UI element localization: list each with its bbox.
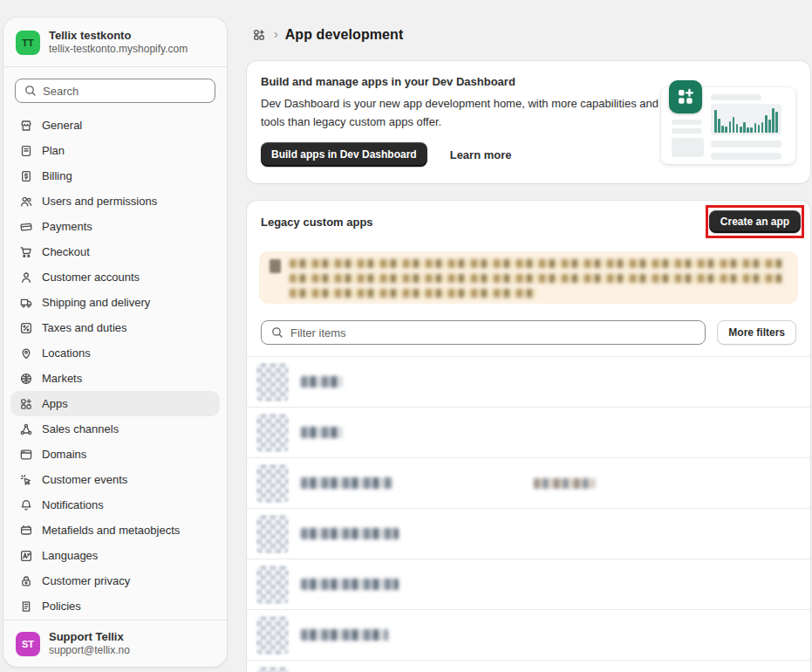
sidebar-item-label: Customer accounts	[42, 271, 140, 284]
support-account[interactable]: ST Support Tellix support@tellix.no	[3, 620, 227, 667]
sidebar-search[interactable]	[15, 79, 215, 103]
sidebar-item-taxes-and-duties[interactable]: Taxes and duties	[10, 315, 220, 340]
sidebar-item-users-and-permissions[interactable]: Users and permissions	[10, 189, 220, 214]
redacted-banner-line	[290, 274, 782, 283]
sidebar-item-apps[interactable]: Apps	[10, 391, 220, 416]
sidebar-item-policies[interactable]: Policies	[10, 593, 220, 619]
sidebar-item-label: Apps	[42, 397, 68, 410]
dev-dashboard-illustration	[661, 87, 795, 164]
person-icon	[19, 271, 33, 285]
sidebar-item-sales-channels[interactable]: Sales channels	[10, 416, 220, 442]
sidebar-item-label: Users and permissions	[42, 195, 157, 208]
app-list-row[interactable]	[247, 508, 810, 559]
store-avatar: TT	[16, 31, 40, 55]
search-icon	[24, 84, 38, 98]
redacted-banner-icon	[270, 259, 281, 273]
sidebar-item-label: Plan	[42, 144, 65, 157]
sidebar-item-notifications[interactable]: Notifications	[10, 492, 220, 518]
placeholder-line	[672, 120, 702, 125]
store-icon	[19, 119, 33, 133]
filter-items-input[interactable]	[290, 326, 696, 339]
redacted-banner-line	[290, 289, 536, 298]
sidebar-item-label: Taxes and duties	[42, 321, 127, 334]
globe-icon	[19, 372, 33, 386]
sidebar-item-label: Notifications	[42, 498, 104, 511]
sidebar-item-locations[interactable]: Locations	[10, 340, 220, 366]
store-domain: tellix-testkonto.myshopify.com	[49, 43, 188, 56]
sidebar-item-label: Languages	[42, 549, 98, 562]
sidebar-item-languages[interactable]: Languages	[10, 543, 220, 568]
app-list-row[interactable]	[247, 356, 810, 407]
dev-dashboard-card: Build and manage apps in your Dev Dashbo…	[247, 61, 810, 183]
metafields-icon	[19, 524, 33, 538]
app-list-row[interactable]	[247, 609, 810, 660]
sidebar-item-shipping-and-delivery[interactable]: Shipping and delivery	[10, 290, 220, 315]
redacted-app-name	[301, 376, 343, 387]
sidebar-item-customer-accounts[interactable]: Customer accounts	[10, 264, 220, 290]
store-name: Tellix testkonto	[49, 29, 188, 43]
taxes-icon	[19, 321, 33, 335]
sidebar-item-label: Shipping and delivery	[42, 296, 150, 309]
sidebar-item-plan[interactable]: Plan	[10, 138, 220, 163]
sidebar-item-payments[interactable]: Payments	[10, 214, 220, 239]
channels-icon	[19, 422, 33, 436]
redacted-banner-line	[290, 259, 782, 268]
redacted-app-icon	[256, 515, 289, 553]
app-list-row[interactable]	[247, 660, 810, 672]
support-email: support@tellix.no	[49, 644, 130, 657]
redacted-status-text	[534, 478, 595, 489]
filter-items-field[interactable]	[261, 320, 706, 345]
sidebar-item-label: Markets	[42, 372, 82, 385]
sidebar-item-label: Customer events	[42, 473, 127, 486]
sidebar-item-label: Metafields and metaobjects	[42, 524, 180, 537]
create-app-button[interactable]: Create an app	[709, 210, 801, 233]
sidebar-item-checkout[interactable]: Checkout	[10, 239, 220, 264]
redacted-app-name	[301, 528, 399, 539]
billing-icon	[19, 169, 33, 183]
sidebar-item-label: Domains	[42, 448, 86, 461]
settings-sidebar: TT Tellix testkonto tellix-testkonto.mys…	[3, 17, 227, 667]
sidebar-item-customer-events[interactable]: Customer events	[10, 467, 220, 492]
app-list-row[interactable]	[247, 407, 810, 457]
dev-card-title: Build and manage apps in your Dev Dashbo…	[261, 75, 643, 88]
sidebar-item-label: Locations	[42, 346, 91, 360]
deprecation-banner	[259, 251, 798, 304]
cursor-click-icon	[19, 473, 33, 487]
apps-icon[interactable]	[252, 28, 267, 43]
learn-more-link[interactable]: Learn more	[450, 148, 512, 161]
legacy-custom-apps-card: Legacy custom apps Create an app More fi…	[247, 201, 810, 672]
sidebar-item-label: Policies	[42, 600, 81, 613]
sidebar-item-label: Billing	[42, 169, 72, 182]
app-list-row[interactable]	[247, 457, 810, 508]
search-input[interactable]	[43, 85, 207, 98]
sidebar-item-general[interactable]: General	[10, 113, 220, 138]
redacted-app-icon	[256, 414, 289, 452]
sidebar-item-label: Payments	[42, 220, 92, 233]
sidebar-item-billing[interactable]: Billing	[10, 163, 220, 189]
sidebar-item-metafields-and-metaobjects[interactable]: Metafields and metaobjects	[10, 518, 220, 543]
sidebar-item-markets[interactable]: Markets	[10, 366, 220, 391]
app-list-row[interactable]	[247, 559, 810, 609]
search-icon	[270, 326, 284, 339]
apps-icon	[19, 397, 33, 411]
placeholder-bar	[711, 141, 781, 147]
redacted-app-name	[301, 579, 399, 590]
sidebar-item-label: Sales channels	[42, 422, 119, 435]
sidebar-item-domains[interactable]: Domains	[10, 442, 220, 467]
sidebar-item-label: Customer privacy	[42, 574, 130, 587]
main-content: › App development Build and manage apps …	[247, 0, 810, 672]
policy-icon	[19, 600, 33, 614]
more-filters-button[interactable]: More filters	[717, 320, 796, 345]
placeholder-bar	[711, 94, 761, 100]
sidebar-item-customer-privacy[interactable]: Customer privacy	[10, 568, 220, 593]
settings-nav: General Plan Billing Users and permissio…	[3, 108, 227, 620]
redacted-app-icon	[256, 667, 289, 672]
mini-bar-chart	[711, 104, 781, 135]
dev-card-body: Dev Dashboard is your new app developmen…	[261, 94, 660, 131]
build-apps-button[interactable]: Build apps in Dev Dashboard	[261, 142, 427, 167]
breadcrumb: › App development	[247, 0, 810, 43]
breadcrumb-separator: ›	[274, 28, 278, 42]
location-pin-icon	[19, 346, 33, 360]
store-switcher[interactable]: TT Tellix testkonto tellix-testkonto.mys…	[3, 17, 227, 67]
bell-icon	[19, 498, 33, 512]
